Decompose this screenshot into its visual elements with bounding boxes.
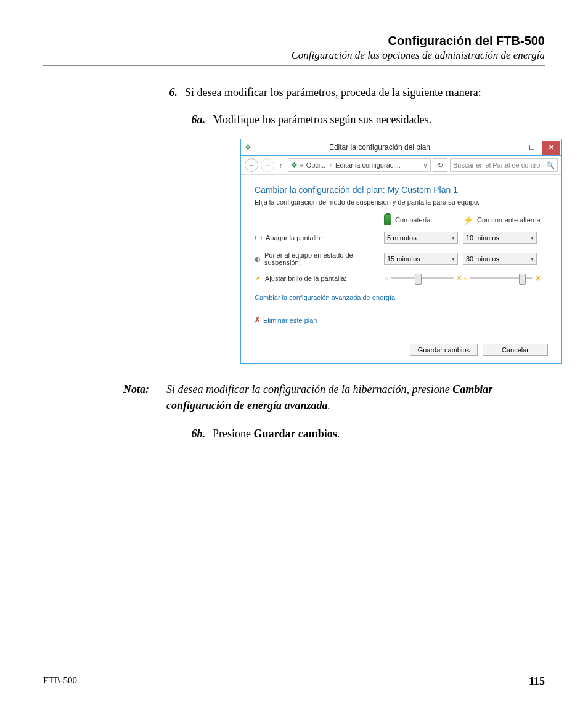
moon-icon: ◐ [255, 255, 261, 263]
battery-icon [384, 214, 391, 225]
display-ac-value: 10 minutos [466, 234, 499, 241]
brightness-high-icon: ☀ [455, 274, 463, 283]
search-placeholder: Buscar en el Panel de control [453, 161, 542, 169]
search-input[interactable]: Buscar en el Panel de control 🔍 [450, 158, 558, 172]
breadcrumb-icon: ❖ [291, 161, 298, 169]
note-text-pre: Si desea modificar la configuración de l… [166, 383, 452, 396]
brightness-low-icon: ☼ [384, 275, 389, 282]
chevron-down-icon: ▾ [531, 235, 534, 241]
chevron-down-icon: ▾ [452, 256, 455, 262]
breadcrumb-item-2: Editar la configuraci... [335, 161, 401, 169]
step-6b: 6b. Presione Guardar cambios. [176, 426, 545, 442]
col-ac-label: Con corriente alterna [477, 216, 541, 224]
app-icon: ❖ [241, 143, 255, 152]
chevron-down-icon: ▾ [531, 256, 534, 262]
window-title: Editar la configuración del plan [255, 143, 505, 152]
step-6b-number: 6b. [176, 426, 213, 442]
row-sleep-label: Poner al equipo en estado de suspensión: [264, 251, 384, 266]
up-button[interactable]: ↑ [277, 161, 285, 169]
brightness-ac-slider[interactable] [470, 277, 533, 279]
breadcrumb-dropdown-icon[interactable]: ∨ [423, 161, 428, 169]
advanced-settings-label: Cambiar la configuración avanzada de ene… [255, 294, 395, 301]
brightness-high-icon: ☀ [534, 274, 542, 283]
brightness-battery-slider[interactable] [391, 277, 454, 279]
forward-button[interactable]: → [261, 158, 274, 172]
header-rule [43, 65, 545, 66]
windows-dialog: ❖ Editar la configuración del plan — ☐ ✕… [240, 139, 562, 364]
address-bar-row: ← → ↑ ❖ « Opci... › Editar la configurac… [241, 156, 561, 175]
step-6a: 6a. Modifique los parámetros según sus n… [176, 112, 545, 128]
advanced-settings-link[interactable]: Cambiar la configuración avanzada de ene… [255, 294, 548, 301]
display-battery-value: 5 minutos [387, 234, 417, 241]
sleep-battery-value: 15 minutos [387, 255, 420, 262]
maximize-button[interactable]: ☐ [523, 142, 541, 154]
sleep-ac-select[interactable]: 30 minutos ▾ [463, 253, 537, 265]
note-label: Nota: [123, 381, 166, 413]
delete-icon: ✗ [255, 316, 260, 324]
brightness-low-icon: ☼ [463, 275, 468, 282]
refresh-button[interactable]: ↻ [433, 158, 447, 172]
row-brightness: ☀ Ajustar brillo de la pantalla: ☼ ☀ ☼ ☀ [255, 274, 548, 283]
chevron-down-icon: ▾ [452, 235, 455, 241]
row-brightness-label: Ajustar brillo de la pantalla: [265, 275, 346, 282]
page-header-subtitle: Configuración de las opciones de adminis… [43, 49, 545, 62]
plug-icon: ⚡ [463, 215, 473, 225]
note: Nota: Si desea modificar la configuració… [123, 381, 545, 413]
step-6: 6. Si desea modificar los parámetros, pr… [154, 84, 545, 100]
column-headers: Con batería ⚡ Con corriente alterna [255, 214, 548, 225]
col-battery-label: Con batería [395, 216, 430, 224]
minimize-button[interactable]: — [505, 142, 522, 154]
row-display: 🖵 Apagar la pantalla: 5 minutos ▾ 10 min… [255, 232, 548, 244]
display-ac-select[interactable]: 10 minutos ▾ [463, 232, 537, 244]
breadcrumb-root: « [300, 161, 304, 169]
step-6a-number: 6a. [176, 112, 213, 128]
sleep-ac-value: 30 minutos [466, 255, 499, 262]
save-button[interactable]: Guardar cambios [410, 344, 478, 356]
delete-plan-label: Eliminar este plan [263, 317, 317, 324]
breadcrumb-item-1: Opci... [306, 161, 326, 169]
sun-icon: ☀ [255, 274, 261, 283]
plan-title: Cambiar la configuración del plan: My Cu… [255, 185, 548, 195]
search-icon: 🔍 [546, 161, 555, 169]
cancel-button[interactable]: Cancelar [483, 344, 548, 356]
step-6b-pre: Presione [213, 428, 254, 440]
step-6-text: Si desea modificar los parámetros, proce… [185, 84, 481, 100]
plan-description: Elija la configuración de modo de suspen… [255, 198, 548, 206]
delete-plan-link[interactable]: ✗ Eliminar este plan [255, 316, 548, 324]
footer-model: FTB-500 [43, 675, 77, 688]
row-display-label: Apagar la pantalla: [266, 234, 322, 241]
step-6b-post: . [337, 428, 340, 440]
breadcrumb[interactable]: ❖ « Opci... › Editar la configuraci... ∨ [288, 158, 431, 172]
window-titlebar: ❖ Editar la configuración del plan — ☐ ✕ [241, 139, 561, 156]
row-sleep: ◐ Poner al equipo en estado de suspensió… [255, 251, 548, 266]
chevron-right-icon: › [329, 161, 332, 169]
sleep-battery-select[interactable]: 15 minutos ▾ [384, 253, 458, 265]
display-battery-select[interactable]: 5 minutos ▾ [384, 232, 458, 244]
step-6-number: 6. [154, 84, 185, 100]
note-text-post: . [328, 399, 331, 412]
page-header-title: Configuración del FTB-500 [43, 34, 545, 48]
step-6b-bold: Guardar cambios [254, 428, 337, 440]
close-button[interactable]: ✕ [542, 141, 560, 155]
step-6a-text: Modifique los parámetros según sus neces… [213, 112, 431, 128]
footer-page-number: 115 [529, 675, 545, 688]
back-button[interactable]: ← [245, 158, 258, 172]
monitor-icon: 🖵 [255, 233, 262, 242]
